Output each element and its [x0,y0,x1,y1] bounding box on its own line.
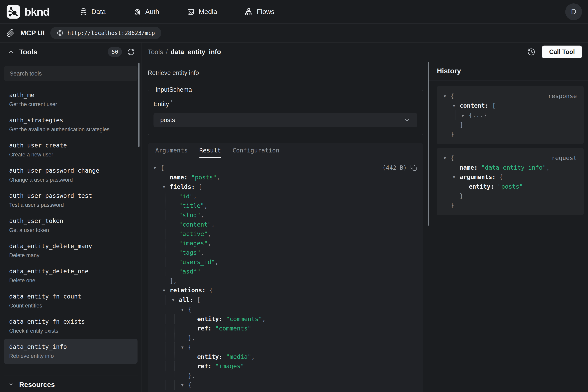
indent-guide [156,229,156,238]
code-line: ▼relations: { [154,286,417,295]
history-card-json: ▼{requestname: "data_entity_info",▼argum… [444,153,577,210]
tool-item-data_entity_delete_one[interactable]: data_entity_delete_oneDelete one [4,263,138,288]
code-line: }, [154,371,417,380]
nav-item-data[interactable]: Data [79,8,106,16]
code-line: } [444,191,577,200]
expand-triangle-icon[interactable]: ▶ [462,111,469,120]
history-card-response[interactable]: ▼{response▼content: [▶{...}]} [437,86,584,144]
tool-item-data_entity_delete_many[interactable]: data_entity_delete_manyDelete many [4,238,138,263]
indent-guide [184,362,184,371]
history-icon[interactable] [527,48,536,56]
indent-guide [156,192,156,201]
code-line: ref: "images" [154,362,417,371]
indent-guide [156,267,156,276]
tool-name: auth_me [9,92,132,98]
tool-item-data_entity_fn_exists[interactable]: data_entity_fn_existsCheck if entity exi… [4,314,138,339]
resources-section-header[interactable]: Resources [4,375,138,392]
indent-guide [184,352,184,362]
tools-count-badge: 50 [108,47,122,57]
code-line: entity: "comments", [154,314,417,324]
indent-guide [165,267,166,276]
nav-item-flows[interactable]: Flows [245,8,274,16]
tool-item-auth_strategies[interactable]: auth_strategiesGet the available authent… [4,112,138,137]
tools-list: auth_meGet the current userauth_strategi… [4,87,138,364]
card-type-label: request [552,153,577,163]
refresh-icon[interactable] [127,48,135,56]
collapse-triangle-icon[interactable]: ▼ [163,182,170,192]
tools-panel-header: Tools 50 [0,42,142,61]
chevron-up-icon[interactable] [8,49,14,55]
code-line: "images", [154,238,417,248]
history-title: History [437,67,461,75]
collapse-triangle-icon[interactable]: ▼ [444,154,450,163]
indent-guide [156,201,156,210]
tool-item-auth_user_password_change[interactable]: auth_user_password_changeChange a user's… [4,162,138,188]
sidebar-scrollbar-thumb[interactable] [138,63,140,147]
mcp-title: MCP UI [20,29,45,37]
mcp-url-pill[interactable]: http://localhost:28623/mcp [50,27,161,39]
user-avatar[interactable]: D [565,4,582,20]
tool-description: Retrieve entity info [9,353,132,359]
code-line: } [444,200,577,210]
indent-guide [156,305,156,314]
indent-guide [156,371,156,380]
tool-item-data_entity_info[interactable]: data_entity_infoRetrieve entity info [4,339,138,364]
tab-result[interactable]: Result [199,143,221,158]
indent-guide [184,390,184,392]
collapse-triangle-icon[interactable]: ▼ [154,163,161,172]
tab-configuration[interactable]: Configuration [232,143,279,158]
indent-guide [156,172,156,182]
tool-description: Retrieve entity info [148,69,423,76]
tool-item-auth_user_create[interactable]: auth_user_createCreate a new user [4,137,138,162]
tab-row: ArgumentsResultConfiguration [148,143,423,158]
brand-logo[interactable]: bknd [6,4,49,19]
fingerprint-icon [133,8,141,16]
collapse-triangle-icon[interactable]: ▼ [181,343,188,352]
collapse-triangle-icon[interactable]: ▼ [163,286,170,295]
search-input[interactable] [4,66,138,81]
mcp-bar: MCP UI http://localhost:28623/mcp [0,24,588,42]
code-line: "active", [154,229,417,238]
chevron-down-icon [403,116,410,124]
tab-arguments[interactable]: Arguments [155,143,188,158]
tool-item-auth_user_token[interactable]: auth_user_tokenGet a user token [4,213,138,238]
indent-guide [156,342,156,352]
card-type-label: response [548,91,577,101]
database-icon [79,8,87,16]
nav-item-media[interactable]: Media [187,8,217,16]
required-mark: * [171,99,173,105]
history-card-json: ▼{response▼content: [▶{...}]} [444,91,577,139]
code-line: ▶{...} [444,110,577,120]
tool-item-auth_user_password_test[interactable]: auth_user_password_testTest a user's pas… [4,188,138,213]
call-tool-button[interactable]: Call Tool [542,46,582,58]
collapse-triangle-icon[interactable]: ▼ [453,172,460,182]
indent-guide [165,352,166,362]
main-scrollbar-thumb[interactable] [428,62,429,226]
code-line: "title", [154,201,417,210]
collapse-triangle-icon[interactable]: ▼ [172,295,179,305]
indent-guide [165,390,166,392]
tool-item-data_entity_fn_count[interactable]: data_entity_fn_countCount entities [4,288,138,314]
nav-item-auth[interactable]: Auth [133,8,159,16]
code-line: ] [444,120,577,130]
code-line: "tags", [154,248,417,257]
history-card-request[interactable]: ▼{requestname: "data_entity_info",▼argum… [437,148,584,215]
collapse-triangle-icon[interactable]: ▼ [181,305,188,314]
collapse-triangle-icon[interactable]: ▼ [181,380,188,390]
entity-select[interactable]: posts [154,113,417,127]
collapse-triangle-icon[interactable]: ▼ [444,92,450,101]
tool-item-auth_me[interactable]: auth_meGet the current user [4,87,138,112]
code-line: ▼{ [154,380,417,390]
copy-icon[interactable] [410,164,417,171]
collapse-triangle-icon[interactable]: ▼ [453,101,460,110]
indent-guide [165,314,166,324]
breadcrumb: Tools/data_entity_info [148,48,221,56]
code-line: ▼content: [ [444,101,577,110]
nav-label: Auth [145,8,159,16]
indent-guide [165,305,166,314]
indent-guide [455,182,455,191]
result-panel: ArgumentsResultConfiguration ▼{(442 B)na… [148,143,423,392]
breadcrumb-section[interactable]: Tools [148,48,163,56]
tool-name: data_entity_delete_one [9,268,132,275]
tool-description: Create a new user [9,152,132,158]
